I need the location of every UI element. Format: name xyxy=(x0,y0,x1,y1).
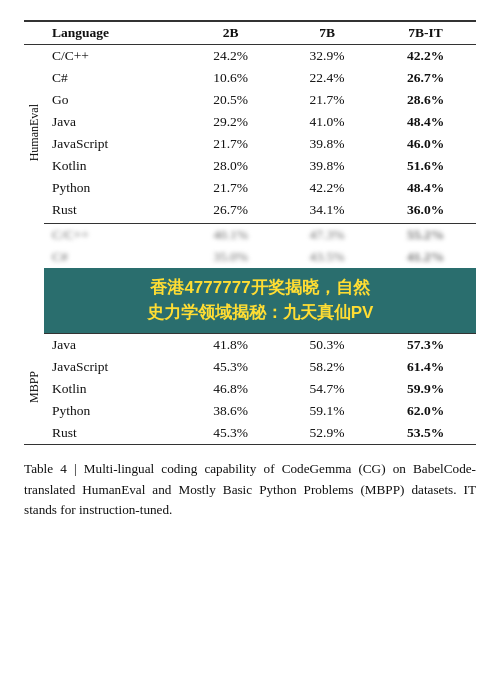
mbpp-partial-label xyxy=(24,224,44,334)
blurred-value-cell: 55.2% xyxy=(375,224,476,247)
mbpp-value-cell: 38.6% xyxy=(182,400,278,422)
mbpp-value-cell: 41.8% xyxy=(182,334,278,357)
humaneval-label: HumanEval xyxy=(24,45,44,224)
language-cell: Rust xyxy=(44,199,182,224)
language-cell: Go xyxy=(44,89,182,111)
value-cell: 21.7% xyxy=(182,177,278,199)
overlay-banner: 香港4777777开奖揭晓，自然 史力学领域揭秘：九天真仙PV xyxy=(44,268,476,334)
col-header-empty xyxy=(24,21,44,45)
value-cell: 51.6% xyxy=(375,155,476,177)
blurred-value-cell: 43.5% xyxy=(279,246,375,268)
mbpp-value-cell: 57.3% xyxy=(375,334,476,357)
blurred-value-cell: 47.3% xyxy=(279,224,375,247)
mbpp-lang-cell: JavaScript xyxy=(44,356,182,378)
mbpp-value-cell: 59.9% xyxy=(375,378,476,400)
mbpp-value-cell: 46.8% xyxy=(182,378,278,400)
language-cell: Kotlin xyxy=(44,155,182,177)
mbpp-lang-cell: Rust xyxy=(44,422,182,445)
mbpp-value-cell: 45.3% xyxy=(182,356,278,378)
table-caption: Table 4 | Multi-lingual coding capabilit… xyxy=(24,459,476,520)
value-cell: 46.0% xyxy=(375,133,476,155)
mbpp-value-cell: 52.9% xyxy=(279,422,375,445)
mbpp-value-cell: 62.0% xyxy=(375,400,476,422)
mbpp-lang-cell: Java xyxy=(44,334,182,357)
value-cell: 39.8% xyxy=(279,155,375,177)
mbpp-value-cell: 54.7% xyxy=(279,378,375,400)
value-cell: 10.6% xyxy=(182,67,278,89)
language-cell: JavaScript xyxy=(44,133,182,155)
data-table: Language 2B 7B 7B-IT HumanEvalC/C++24.2%… xyxy=(24,20,476,445)
caption-text: Multi-lingual coding capability of CodeG… xyxy=(24,461,476,517)
blurred-value-cell: 35.0% xyxy=(182,246,278,268)
blurred-lang-cell: C# xyxy=(44,246,182,268)
blurred-value-cell: 40.1% xyxy=(182,224,278,247)
language-cell: C# xyxy=(44,67,182,89)
value-cell: 41.0% xyxy=(279,111,375,133)
value-cell: 26.7% xyxy=(182,199,278,224)
mbpp-value-cell: 58.2% xyxy=(279,356,375,378)
value-cell: 34.1% xyxy=(279,199,375,224)
value-cell: 26.7% xyxy=(375,67,476,89)
value-cell: 42.2% xyxy=(279,177,375,199)
mbpp-label: MBPP xyxy=(24,334,44,445)
caption-label: Table 4 xyxy=(24,461,67,476)
mbpp-lang-cell: Python xyxy=(44,400,182,422)
value-cell: 39.8% xyxy=(279,133,375,155)
mbpp-value-cell: 59.1% xyxy=(279,400,375,422)
value-cell: 42.2% xyxy=(375,45,476,68)
language-cell: Java xyxy=(44,111,182,133)
value-cell: 28.0% xyxy=(182,155,278,177)
blurred-lang-cell: C/C++ xyxy=(44,224,182,247)
value-cell: 48.4% xyxy=(375,177,476,199)
mbpp-lang-cell: Kotlin xyxy=(44,378,182,400)
mbpp-value-cell: 53.5% xyxy=(375,422,476,445)
value-cell: 48.4% xyxy=(375,111,476,133)
value-cell: 36.0% xyxy=(375,199,476,224)
col-header-language: Language xyxy=(44,21,182,45)
value-cell: 24.2% xyxy=(182,45,278,68)
value-cell: 20.5% xyxy=(182,89,278,111)
value-cell: 32.9% xyxy=(279,45,375,68)
col-header-2b: 2B xyxy=(182,21,278,45)
language-cell: C/C++ xyxy=(44,45,182,68)
value-cell: 21.7% xyxy=(279,89,375,111)
value-cell: 28.6% xyxy=(375,89,476,111)
caption-separator: | xyxy=(74,461,84,476)
mbpp-value-cell: 50.3% xyxy=(279,334,375,357)
col-header-7b: 7B xyxy=(279,21,375,45)
value-cell: 22.4% xyxy=(279,67,375,89)
overlay-line1: 香港4777777开奖揭晓，自然 xyxy=(150,278,369,297)
language-cell: Python xyxy=(44,177,182,199)
blurred-value-cell: 41.2% xyxy=(375,246,476,268)
col-header-7bit: 7B-IT xyxy=(375,21,476,45)
mbpp-value-cell: 61.4% xyxy=(375,356,476,378)
overlay-line2: 史力学领域揭秘：九天真仙PV xyxy=(147,303,374,322)
value-cell: 21.7% xyxy=(182,133,278,155)
mbpp-value-cell: 45.3% xyxy=(182,422,278,445)
value-cell: 29.2% xyxy=(182,111,278,133)
